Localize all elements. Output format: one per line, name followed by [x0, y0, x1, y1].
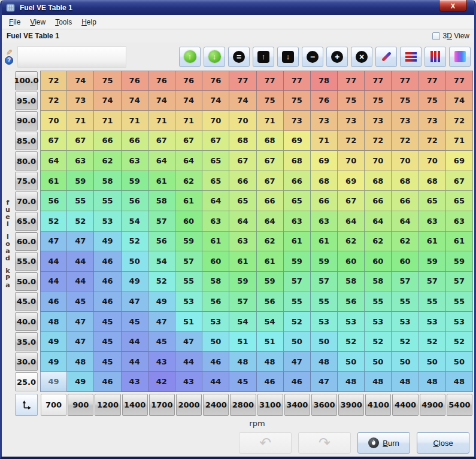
- col-header-2400[interactable]: 2400: [203, 394, 229, 416]
- table-cell[interactable]: 43: [122, 372, 148, 392]
- subtract-button[interactable]: −: [302, 47, 323, 67]
- table-cell[interactable]: 48: [229, 352, 256, 372]
- table-cell[interactable]: 48: [446, 372, 473, 392]
- table-cell[interactable]: 74: [148, 91, 175, 111]
- table-cell[interactable]: 62: [365, 232, 392, 252]
- col-header-4900[interactable]: 4900: [420, 394, 445, 416]
- table-cell[interactable]: 76: [311, 91, 338, 111]
- table-cell[interactable]: 46: [94, 251, 121, 272]
- menu-help[interactable]: Help: [77, 16, 101, 28]
- table-cell[interactable]: 55: [392, 291, 419, 312]
- table-cell[interactable]: 74: [175, 91, 202, 111]
- table-cell[interactable]: 51: [229, 332, 256, 352]
- table-cell[interactable]: 46: [257, 372, 284, 392]
- table-cell[interactable]: 65: [446, 191, 473, 211]
- table-cell[interactable]: 71: [67, 111, 94, 131]
- table-cell[interactable]: 50: [446, 352, 473, 372]
- table-cell[interactable]: 64: [148, 151, 175, 171]
- row-header-75.0[interactable]: 75.0: [15, 172, 38, 191]
- table-cell[interactable]: 46: [284, 372, 311, 392]
- table-cell[interactable]: 73: [365, 111, 392, 131]
- table-cell[interactable]: 44: [40, 272, 67, 292]
- table-cell[interactable]: 57: [148, 211, 175, 232]
- add-button[interactable]: +: [326, 47, 348, 67]
- table-cell[interactable]: 72: [365, 131, 392, 151]
- table-cell[interactable]: 52: [148, 272, 175, 292]
- help-icon[interactable]: ?: [5, 56, 13, 65]
- table-cell[interactable]: 51: [257, 332, 284, 352]
- table-cell[interactable]: 48: [257, 352, 284, 372]
- table-cell[interactable]: 72: [338, 131, 365, 151]
- table-cell[interactable]: 59: [419, 251, 446, 272]
- table-cell[interactable]: 61: [40, 171, 67, 191]
- table-cell[interactable]: 54: [122, 211, 148, 232]
- row-header-35.0[interactable]: 35.0: [15, 332, 38, 351]
- table-cell[interactable]: 55: [419, 291, 446, 312]
- close-button[interactable]: Close: [417, 432, 469, 454]
- table-cell[interactable]: 61: [284, 232, 311, 252]
- table-cell[interactable]: 66: [122, 131, 148, 151]
- table-cell[interactable]: 78: [311, 71, 338, 91]
- table-cell[interactable]: 73: [338, 111, 365, 131]
- table-cell[interactable]: 57: [284, 272, 311, 292]
- table-cell[interactable]: 50: [338, 352, 365, 372]
- table-cell[interactable]: 72: [392, 131, 419, 151]
- table-cell[interactable]: 69: [311, 151, 338, 171]
- table-cell[interactable]: 65: [229, 191, 256, 211]
- table-cell[interactable]: 53: [338, 312, 365, 332]
- col-header-4100[interactable]: 4100: [365, 394, 391, 416]
- table-cell[interactable]: 59: [122, 171, 148, 191]
- row-header-45.0[interactable]: 45.0: [15, 292, 38, 311]
- table-cell[interactable]: 56: [122, 191, 148, 211]
- table-cell[interactable]: 55: [365, 291, 392, 312]
- table-cell[interactable]: 70: [392, 151, 419, 171]
- table-cell[interactable]: 64: [202, 191, 229, 211]
- undo-button[interactable]: ↶: [239, 432, 292, 454]
- table-cell[interactable]: 43: [175, 372, 202, 392]
- table-cell[interactable]: 66: [392, 191, 419, 211]
- table-cell[interactable]: 45: [94, 352, 121, 372]
- row-header-25.0[interactable]: 25.0: [15, 372, 38, 391]
- table-cell[interactable]: 61: [148, 171, 175, 191]
- interpolate-vertical-button[interactable]: [425, 47, 446, 67]
- table-cell[interactable]: 67: [338, 191, 365, 211]
- table-cell[interactable]: 55: [67, 191, 94, 211]
- table-cell[interactable]: 68: [419, 171, 446, 191]
- table-cell[interactable]: 55: [311, 291, 338, 312]
- table-cell[interactable]: 77: [257, 71, 284, 91]
- table-cell[interactable]: 61: [419, 232, 446, 252]
- table-cell[interactable]: 50: [122, 251, 148, 272]
- value-entry-field[interactable]: [17, 46, 126, 68]
- table-cell[interactable]: 50: [284, 332, 311, 352]
- table-cell[interactable]: 64: [257, 211, 284, 232]
- table-cell[interactable]: 67: [40, 131, 67, 151]
- gradient-fill-button[interactable]: [449, 47, 471, 67]
- table-cell[interactable]: 46: [94, 372, 121, 392]
- table-cell[interactable]: 55: [284, 291, 311, 312]
- view3d-checkbox[interactable]: [432, 32, 440, 40]
- col-header-2800[interactable]: 2800: [230, 394, 256, 416]
- table-cell[interactable]: 77: [284, 71, 311, 91]
- table-cell[interactable]: 66: [257, 191, 284, 211]
- interpolate-button[interactable]: [375, 47, 397, 67]
- table-cell[interactable]: 61: [446, 232, 473, 252]
- table-cell[interactable]: 71: [94, 111, 121, 131]
- table-cell[interactable]: 58: [202, 272, 229, 292]
- table-cell[interactable]: 68: [257, 131, 284, 151]
- table-cell[interactable]: 52: [338, 332, 365, 352]
- table-cell[interactable]: 77: [419, 71, 446, 91]
- col-header-3600[interactable]: 3600: [311, 394, 337, 416]
- table-cell[interactable]: 48: [419, 372, 446, 392]
- table-cell[interactable]: 48: [67, 352, 94, 372]
- table-cell[interactable]: 50: [365, 352, 392, 372]
- table-cell[interactable]: 68: [392, 171, 419, 191]
- table-cell[interactable]: 70: [40, 111, 67, 131]
- table-cell[interactable]: 66: [311, 191, 338, 211]
- table-cell[interactable]: 64: [175, 151, 202, 171]
- close-window-button[interactable]: X: [439, 0, 467, 12]
- menu-file[interactable]: File: [4, 16, 25, 28]
- table-cell[interactable]: 62: [338, 232, 365, 252]
- table-cell[interactable]: 76: [202, 71, 229, 91]
- table-cell[interactable]: 62: [392, 232, 419, 252]
- col-header-3100[interactable]: 3100: [257, 394, 283, 416]
